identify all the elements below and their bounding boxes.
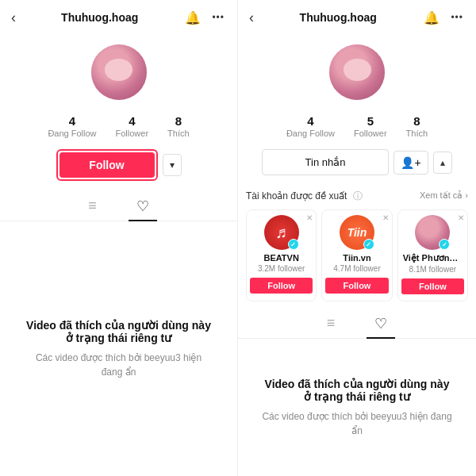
suggestions-header: Tài khoản được đề xuất ⓘ Xem tất cả ›: [246, 188, 468, 203]
dropdown-button-p1[interactable]: ▾: [163, 154, 182, 176]
likes-count-p2: 8: [413, 114, 420, 128]
likes-count-p1: 8: [175, 114, 182, 128]
person-follow-button-p2[interactable]: 👤+: [393, 151, 428, 175]
tiin-initial: Tiin: [347, 226, 367, 239]
tiin-name: Tiin.vn: [325, 253, 388, 263]
avatar-p2: [329, 44, 385, 100]
following-count-p2: 4: [307, 114, 313, 128]
stat-following-p1: 4 Đang Follow: [48, 114, 96, 138]
viet-avatar: ✓: [415, 215, 450, 250]
empty-state-p1: Video đã thích của người dùng này ở trạn…: [0, 221, 237, 476]
bell-icon-p1[interactable]: 🔔: [183, 9, 202, 27]
close-viet-button[interactable]: ✕: [458, 213, 464, 222]
likes-label-p1: Thích: [167, 129, 190, 138]
header-panel2: ‹ Thuhuog.hoag 🔔 •••: [238, 0, 476, 35]
suggested-account-tiin: ✕ Tiin ✓ Tiin.vn 4.7M follower Follow: [321, 209, 392, 301]
likes-label-p2: Thích: [406, 129, 428, 138]
avatar-section-p1: [0, 35, 237, 106]
stat-following-p2: 4 Đang Follow: [286, 114, 335, 138]
tiin-followers: 4.7M follower: [333, 264, 380, 273]
suggestions-section: Tài khoản được đề xuất ⓘ Xem tất cả › ✕ …: [238, 182, 476, 305]
header-icons-p1: 🔔 •••: [183, 9, 226, 27]
beatvn-followers: 3.2M follower: [258, 264, 305, 273]
panel-before: ‹ Thuhuog.hoag 🔔 ••• 4 Đang Follow 4 Fol…: [0, 0, 238, 476]
info-icon[interactable]: ⓘ: [353, 190, 363, 202]
suggestions-title: Tài khoản được đề xuất: [246, 190, 347, 202]
see-all-link[interactable]: Xem tất cả ›: [420, 190, 468, 201]
action-row-p2: Tin nhắn 👤+ ▴: [238, 143, 476, 182]
stat-likes-p1: 8 Thích: [167, 114, 190, 138]
header-title-p1: Thuhuog.hoag: [61, 11, 138, 24]
following-label-p1: Đang Follow: [48, 129, 96, 138]
suggested-accounts-list: ✕ ♬ ✓ BEATVN 3.2M follower Follow ✕ Tiin…: [246, 209, 468, 301]
tiin-avatar: Tiin ✓: [340, 215, 374, 250]
empty-title-p2: Video đã thích của người dùng này ở trạn…: [262, 378, 452, 403]
tab-likes-p2[interactable]: ♡: [367, 310, 395, 339]
stats-p2: 4 Đang Follow 5 Follower 8 Thích: [238, 106, 476, 143]
follower-count-p1: 4: [129, 114, 135, 128]
avatar-section-p2: [238, 35, 476, 106]
beatvn-avatar: ♬ ✓: [264, 215, 299, 250]
avatar-image-p2: [329, 44, 385, 100]
back-button-p1[interactable]: ‹: [11, 10, 16, 26]
following-count-p1: 4: [69, 114, 75, 128]
empty-sub-p2: Các video được thích bởi beeyuu3 hiện đa…: [262, 409, 452, 438]
tab-likes-p1[interactable]: ♡: [129, 193, 157, 221]
avatar-image-p1: [91, 44, 147, 100]
dropdown-button-p2[interactable]: ▴: [433, 152, 452, 174]
beatvn-initial: ♬: [275, 224, 287, 242]
more-icon-p2[interactable]: •••: [449, 10, 465, 25]
empty-sub-p1: Các video được thích bởi beeyuu3 hiện đa…: [24, 351, 213, 379]
tabs-p2: ≡ ♡: [238, 305, 476, 339]
action-row-p1: Follow ▾: [0, 143, 237, 187]
close-tiin-button[interactable]: ✕: [382, 213, 389, 222]
follower-label-p1: Follower: [116, 129, 149, 138]
stat-follower-p1: 4 Follower: [116, 114, 149, 138]
back-button-p2[interactable]: ‹: [249, 10, 254, 26]
follower-count-p2: 5: [367, 114, 374, 128]
header-title-p2: Thuhuog.hoag: [300, 11, 377, 24]
stat-follower-p2: 5 Follower: [354, 114, 387, 138]
stats-p1: 4 Đang Follow 4 Follower 8 Thích: [0, 106, 237, 143]
suggested-account-viet: ✕ ✓ Việt Phương Th... 8.1M follower Foll…: [397, 209, 468, 301]
follow-highlight: Follow: [56, 149, 158, 181]
more-icon-p1[interactable]: •••: [210, 10, 226, 25]
following-label-p2: Đang Follow: [286, 129, 335, 138]
suggestions-title-group: Tài khoản được đề xuất ⓘ: [246, 188, 363, 203]
header-panel1: ‹ Thuhuog.hoag 🔔 •••: [0, 0, 237, 35]
follow-viet-button[interactable]: Follow: [401, 278, 464, 294]
beatvn-verified-badge: ✓: [288, 239, 299, 250]
avatar-p1: [91, 44, 147, 100]
tabs-p1: ≡ ♡: [0, 187, 237, 221]
header-icons-p2: 🔔 •••: [422, 9, 465, 27]
panel-after: ‹ Thuhuog.hoag 🔔 ••• 4 Đang Follow 5 Fol…: [238, 0, 476, 476]
empty-state-p2: Video đã thích của người dùng này ở trạn…: [238, 339, 476, 476]
follow-beatvn-button[interactable]: Follow: [250, 278, 313, 294]
message-button-p2[interactable]: Tin nhắn: [262, 149, 389, 175]
viet-name: Việt Phương Th...: [401, 253, 464, 263]
tab-videos-p2[interactable]: ≡: [319, 310, 344, 339]
stat-likes-p2: 8 Thích: [406, 114, 428, 138]
beatvn-name: BEATVN: [250, 253, 313, 263]
follower-label-p2: Follower: [354, 129, 387, 138]
follow-tiin-button[interactable]: Follow: [325, 278, 388, 294]
tiin-verified-badge: ✓: [363, 239, 374, 250]
empty-title-p1: Video đã thích của người dùng này ở trạn…: [24, 319, 213, 344]
person-follow-icon: 👤+: [401, 156, 420, 169]
suggested-account-beatvn: ✕ ♬ ✓ BEATVN 3.2M follower Follow: [246, 209, 317, 301]
viet-verified-badge: ✓: [439, 239, 450, 250]
follow-button-p1[interactable]: Follow: [60, 152, 155, 178]
tab-videos-p1[interactable]: ≡: [80, 193, 105, 221]
close-beatvn-button[interactable]: ✕: [306, 213, 313, 222]
viet-followers: 8.1M follower: [409, 265, 456, 274]
bell-icon-p2[interactable]: 🔔: [422, 9, 441, 27]
